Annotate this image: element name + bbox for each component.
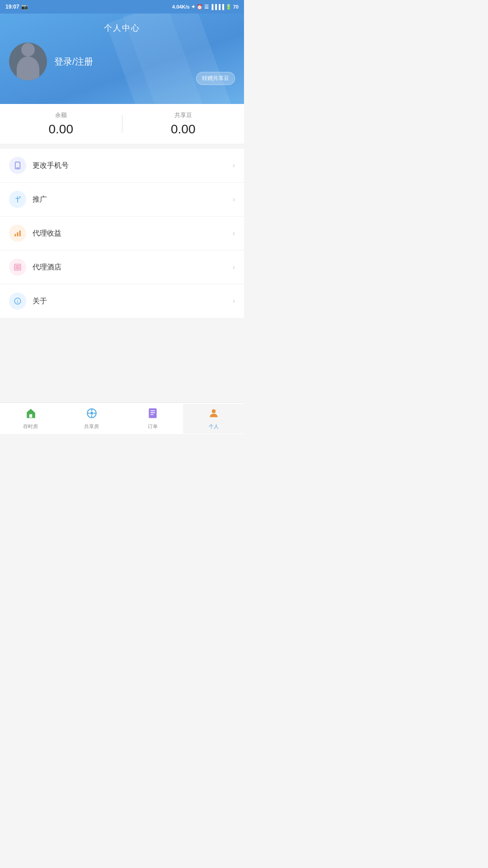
info-icon: i — [14, 297, 22, 305]
person-svg — [208, 407, 220, 419]
battery-level: 70 — [233, 4, 239, 9]
svg-rect-10 — [19, 265, 19, 266]
nav-item-home[interactable]: 存时房 — [0, 404, 61, 434]
svg-rect-26 — [149, 408, 156, 418]
speed: 4.04K/s — [172, 4, 190, 9]
menu-label-promo: 推广 — [33, 195, 233, 204]
phone-icon — [14, 161, 22, 170]
menu-label-phone: 更改手机号 — [33, 161, 233, 170]
promo-icon — [14, 195, 22, 203]
bottom-nav: 存时房 共享房 订单 — [0, 402, 244, 434]
menu-item-hotel[interactable]: 代理酒店 › — [0, 250, 244, 284]
svg-marker-2 — [16, 196, 20, 203]
svg-rect-11 — [16, 267, 17, 268]
hotel-icon — [14, 263, 22, 271]
svg-rect-19 — [29, 414, 32, 418]
phone-icon-wrap — [9, 157, 26, 174]
about-icon-wrap: i — [9, 292, 26, 310]
avatar-body — [17, 57, 39, 80]
menu-label-hotel: 代理酒店 — [33, 263, 233, 272]
nav-item-profile[interactable]: 个人 — [183, 404, 244, 434]
menu-item-phone[interactable]: 更改手机号 › — [0, 149, 244, 183]
home-svg — [25, 407, 37, 419]
balance-section: 余额 0.00 共享豆 0.00 — [0, 104, 244, 144]
svg-rect-4 — [14, 234, 16, 236]
order-svg — [147, 407, 159, 419]
home-icon — [25, 407, 37, 422]
battery-icon: 🔋 — [225, 4, 232, 10]
status-left: 19:07 📷 — [5, 4, 28, 10]
hotel-icon-wrap — [9, 259, 26, 276]
alarm-icon: ⏰ — [197, 4, 203, 10]
nav-item-order[interactable]: 订单 — [122, 404, 183, 434]
nav-label-profile: 个人 — [209, 423, 219, 430]
chevron-right-icon-promo: › — [233, 195, 235, 203]
menu-item-promo[interactable]: 推广 › — [0, 183, 244, 217]
menu-icon: ☰ — [204, 4, 209, 10]
transfer-sharing-button[interactable]: 转赠共享豆 — [196, 72, 235, 85]
status-right: 4.04K/s ✦ ⏰ ☰ ▐▐▐▐ 🔋 70 — [172, 4, 239, 10]
chevron-right-icon-phone: › — [233, 161, 235, 170]
svg-rect-12 — [17, 267, 18, 268]
order-icon — [147, 407, 159, 422]
svg-point-3 — [19, 196, 21, 198]
nav-label-order: 订单 — [148, 423, 158, 430]
bluetooth-icon: ✦ — [191, 4, 195, 10]
status-bar: 19:07 📷 4.04K/s ✦ ⏰ ☰ ▐▐▐▐ 🔋 70 — [0, 0, 244, 14]
svg-rect-14 — [16, 268, 17, 269]
svg-rect-16 — [19, 268, 19, 269]
svg-rect-6 — [19, 231, 21, 236]
sharing-label: 共享豆 — [122, 111, 244, 119]
svg-point-21 — [90, 411, 93, 415]
svg-rect-13 — [19, 267, 19, 268]
nav-label-share: 共享房 — [84, 423, 99, 430]
svg-rect-5 — [17, 232, 19, 236]
earnings-icon-wrap — [9, 225, 26, 242]
svg-text:i: i — [17, 299, 19, 304]
menu-label-earnings: 代理收益 — [33, 229, 233, 238]
chevron-right-icon-earnings: › — [233, 229, 235, 237]
balance-sharing: 共享豆 0.00 — [122, 111, 244, 137]
nav-label-home: 存时房 — [23, 423, 38, 430]
share-svg — [86, 407, 98, 419]
svg-rect-9 — [17, 265, 18, 266]
menu-label-about: 关于 — [33, 297, 233, 306]
profile-row: 登录/注册 转赠共享豆 — [9, 42, 235, 80]
page-title: 个人中心 — [9, 23, 235, 33]
header-section: 个人中心 登录/注册 转赠共享豆 — [0, 14, 244, 104]
balance-remain: 余额 0.00 — [0, 111, 122, 137]
sharing-value: 0.00 — [122, 122, 244, 137]
login-register-text[interactable]: 登录/注册 — [54, 56, 93, 68]
remain-value: 0.00 — [0, 122, 122, 137]
svg-point-30 — [211, 409, 216, 413]
camera-icon: 📷 — [21, 4, 28, 10]
menu-item-about[interactable]: i 关于 › — [0, 284, 244, 318]
time: 19:07 — [5, 4, 19, 10]
chevron-right-icon-hotel: › — [233, 263, 235, 271]
earnings-icon — [14, 229, 22, 237]
menu-item-earnings[interactable]: 代理收益 › — [0, 217, 244, 250]
avatar[interactable] — [9, 42, 47, 80]
person-icon — [208, 407, 220, 422]
promo-icon-wrap — [9, 191, 26, 208]
remain-label: 余额 — [0, 111, 122, 119]
avatar-head — [21, 43, 35, 57]
menu-section: 更改手机号 › 推广 › 代理收益 › — [0, 149, 244, 318]
chevron-right-icon-about: › — [233, 297, 235, 305]
nav-item-share[interactable]: 共享房 — [61, 404, 122, 434]
svg-rect-15 — [17, 268, 18, 269]
signal-icon: ▐▐▐▐ — [210, 4, 224, 9]
svg-rect-8 — [16, 265, 17, 266]
share-icon — [86, 407, 98, 422]
